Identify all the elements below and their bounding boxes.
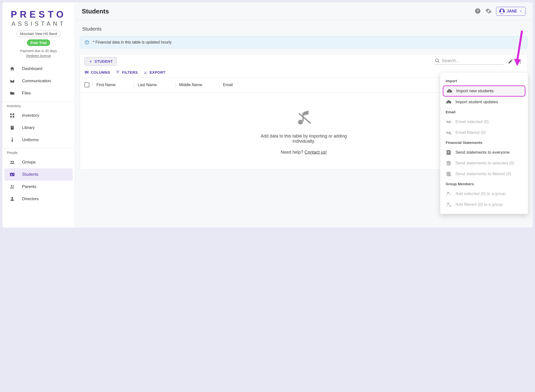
svg-rect-33 bbox=[447, 153, 449, 154]
menu-fs-selected: Send statements to selected (0) bbox=[440, 158, 528, 169]
person-search-icon bbox=[446, 202, 452, 208]
sidebar-item-label: Groups bbox=[22, 160, 36, 165]
sidebar-item-label: Directors bbox=[22, 196, 39, 201]
sidebar-item-uniforms[interactable]: Uniforms bbox=[4, 134, 73, 146]
columns-button[interactable]: COLUMNS bbox=[84, 70, 110, 74]
user-name: JANE bbox=[507, 9, 517, 13]
th-middle-name[interactable]: Middle Name bbox=[179, 83, 216, 87]
sidebar-item-dashboard[interactable]: Dashboard bbox=[4, 63, 73, 75]
main: Students ? JANE Students * Financial dat… bbox=[75, 2, 533, 228]
search-input[interactable] bbox=[442, 58, 503, 63]
svg-rect-31 bbox=[447, 151, 450, 152]
svg-point-11 bbox=[13, 185, 14, 187]
more-vert-icon[interactable] bbox=[518, 59, 523, 64]
menu-gm-filtered: Add filtered (0) to a group bbox=[440, 199, 528, 210]
sidebar: PRESTO ASSISTANT Mountain View HS Band F… bbox=[2, 2, 75, 228]
sidebar-info: Mountain View HS Band Free Trial Payment… bbox=[2, 31, 75, 58]
menu-email-selected: Email selected (0) bbox=[440, 116, 528, 127]
tie-icon bbox=[9, 137, 16, 143]
sidebar-item-directors[interactable]: Directors bbox=[4, 193, 73, 205]
menu-label: Add selected (0) to a group bbox=[455, 191, 506, 196]
dropdown-header-gm: Group Members bbox=[440, 179, 528, 188]
sidebar-item-groups[interactable]: Groups bbox=[4, 156, 73, 168]
export-button[interactable]: EXPORT bbox=[143, 70, 165, 74]
svg-text:?: ? bbox=[477, 9, 479, 13]
svg-point-10 bbox=[11, 185, 12, 187]
menu-label: Import new students bbox=[456, 89, 494, 93]
menu-label: Email filtered (0) bbox=[455, 130, 486, 135]
svg-rect-1 bbox=[12, 113, 14, 115]
filter-icon bbox=[116, 70, 120, 74]
right-tools bbox=[435, 58, 523, 65]
section-title: Students bbox=[80, 20, 528, 36]
menu-import-new[interactable]: Import new students bbox=[443, 85, 525, 97]
sidebar-item-students[interactable]: Students bbox=[4, 168, 73, 181]
music-off-icon bbox=[293, 107, 315, 129]
info-banner: * Financial data in this table is update… bbox=[80, 36, 528, 48]
sidebar-item-label: Uniforms bbox=[22, 138, 39, 142]
menu-label: Send statements to selected (0) bbox=[455, 161, 514, 166]
page-title: Students bbox=[82, 8, 109, 15]
dropdown-header-fs: Financial Statements bbox=[440, 138, 528, 147]
mail-icon bbox=[9, 78, 16, 84]
sidebar-item-label: Parents bbox=[22, 184, 36, 189]
select-all-checkbox[interactable] bbox=[84, 82, 89, 87]
add-student-label: STUDENT bbox=[94, 59, 113, 63]
svg-point-5 bbox=[12, 161, 14, 162]
app-window: PRESTO ASSISTANT Mountain View HS Band F… bbox=[2, 2, 533, 228]
svg-point-39 bbox=[449, 205, 451, 207]
payment-due: Payment due in 30 days bbox=[7, 49, 70, 53]
sidebar-item-files[interactable]: Files bbox=[4, 87, 73, 99]
menu-import-updates[interactable]: Import student updates bbox=[440, 97, 528, 107]
th-first-name[interactable]: First Name bbox=[96, 83, 131, 87]
nav-section-inventory: Inventory bbox=[2, 101, 75, 109]
cloud-sync-icon bbox=[446, 99, 452, 105]
sidebar-item-communication[interactable]: Communication bbox=[4, 75, 73, 87]
document-icon bbox=[446, 150, 452, 155]
org-badge[interactable]: Mountain View HS Band bbox=[16, 31, 61, 37]
user-menu[interactable]: JANE bbox=[496, 7, 526, 16]
mail-search-icon bbox=[446, 130, 452, 136]
settings-icon[interactable] bbox=[485, 8, 492, 15]
svg-rect-23 bbox=[88, 71, 88, 74]
edit-icon[interactable] bbox=[508, 59, 513, 64]
svg-point-17 bbox=[87, 41, 87, 42]
sidebar-item-label: Library bbox=[22, 125, 35, 130]
add-student-button[interactable]: STUDENT bbox=[84, 57, 117, 66]
sidebar-item-label: Files bbox=[22, 91, 31, 96]
sidebar-item-label: Inventory bbox=[22, 113, 39, 118]
svg-rect-22 bbox=[86, 71, 87, 74]
help-icon[interactable]: ? bbox=[475, 8, 481, 15]
redeem-license-link[interactable]: Redeem license bbox=[26, 54, 51, 58]
svg-point-38 bbox=[447, 203, 449, 205]
chip-label: EXPORT bbox=[150, 70, 165, 74]
columns-icon bbox=[84, 70, 89, 74]
header: Students ? JANE bbox=[75, 2, 533, 20]
svg-point-18 bbox=[520, 59, 521, 60]
chip-label: COLUMNS bbox=[91, 70, 110, 74]
id-card-icon bbox=[9, 172, 16, 177]
document-check-icon bbox=[446, 160, 452, 166]
nav-main: Dashboard Communication Files bbox=[2, 63, 75, 99]
menu-fs-everyone[interactable]: Send statements to everyone bbox=[440, 147, 528, 158]
person-check-icon bbox=[446, 191, 452, 197]
plus-icon bbox=[89, 59, 93, 63]
th-email[interactable]: Email bbox=[223, 83, 247, 87]
sidebar-item-library[interactable]: Library bbox=[4, 122, 73, 134]
nav-section-people: People bbox=[2, 148, 75, 156]
search-wrap bbox=[435, 58, 503, 65]
th-last-name[interactable]: Last Name bbox=[138, 83, 172, 87]
filters-button[interactable]: FILTERS bbox=[116, 70, 138, 74]
logo-main: PRESTO bbox=[2, 9, 75, 20]
need-help-text: Need help? bbox=[281, 150, 304, 155]
groups-icon bbox=[9, 160, 16, 165]
logo: PRESTO ASSISTANT bbox=[2, 2, 75, 31]
people-icon bbox=[9, 184, 16, 189]
menu-email-filtered: Email filtered (0) bbox=[440, 127, 528, 138]
sidebar-item-label: Dashboard bbox=[22, 66, 42, 71]
menu-label: Email selected (0) bbox=[455, 119, 489, 124]
contact-us-link[interactable]: Contact us! bbox=[304, 150, 327, 155]
sidebar-item-parents[interactable]: Parents bbox=[4, 181, 73, 193]
sidebar-item-inventory[interactable]: Inventory bbox=[4, 109, 73, 122]
dropdown-header-email: Email bbox=[440, 107, 528, 116]
